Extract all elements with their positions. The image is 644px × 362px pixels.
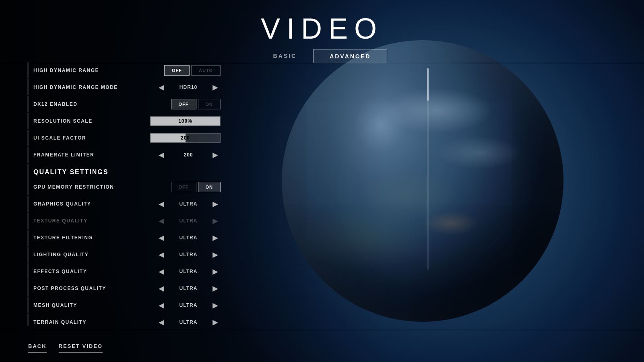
arrow-right-hdr-mode[interactable]: ▶ bbox=[210, 84, 221, 91]
slider-resolution[interactable]: 100% bbox=[150, 116, 221, 126]
label-texture-quality: TEXTURE QUALITY bbox=[33, 218, 156, 224]
toggle-gpu-off[interactable]: OFF bbox=[171, 182, 196, 192]
arrow-right-texture-quality[interactable]: ▶ bbox=[210, 217, 221, 224]
toggle-hdr-auto[interactable]: AUTO bbox=[191, 65, 221, 76]
setting-row-framerate: FRAMERATE LIMITER ◀ 200 ▶ bbox=[27, 147, 221, 163]
label-gpu-memory: GPU MEMORY RESTRICTION bbox=[33, 184, 171, 190]
toggle-dx12-off[interactable]: OFF bbox=[171, 99, 196, 109]
label-hdr-mode: HIGH DYNAMIC RANGE MODE bbox=[33, 84, 156, 90]
label-terrain-quality: TERRAIN QUALITY bbox=[33, 319, 156, 325]
arrow-left-texture-filtering[interactable]: ◀ bbox=[156, 234, 167, 241]
arrow-left-framerate[interactable]: ◀ bbox=[156, 151, 167, 158]
arrow-left-mesh[interactable]: ◀ bbox=[156, 302, 167, 309]
control-ui-scale: 200 bbox=[150, 133, 221, 143]
arrow-right-mesh[interactable]: ▶ bbox=[210, 302, 221, 309]
arrow-left-effects[interactable]: ◀ bbox=[156, 268, 167, 275]
label-high-dynamic-range: HIGH DYNAMIC RANGE bbox=[33, 68, 164, 73]
arrow-left-hdr-mode[interactable]: ◀ bbox=[156, 84, 167, 91]
arrow-right-graphics[interactable]: ▶ bbox=[210, 200, 221, 208]
reset-video-button[interactable]: RESET VIDEO bbox=[59, 340, 103, 353]
control-resolution: 100% bbox=[150, 116, 221, 126]
setting-row-hdr: HIGH DYNAMIC RANGE OFF AUTO bbox=[27, 62, 221, 78]
control-hdr: OFF AUTO bbox=[164, 65, 221, 76]
setting-row-hdr-mode: HIGH DYNAMIC RANGE MODE ◀ HDR10 ▶ bbox=[27, 79, 221, 95]
arrow-right-framerate[interactable]: ▶ bbox=[210, 151, 221, 158]
setting-row-resolution: RESOLUTION SCALE 100% bbox=[27, 113, 221, 129]
toggle-hdr-off[interactable]: OFF bbox=[164, 65, 190, 76]
toggle-gpu-on[interactable]: ON bbox=[198, 182, 221, 192]
control-texture-quality: ◀ ULTRA ▶ bbox=[156, 217, 221, 224]
value-graphics-quality: ULTRA bbox=[174, 201, 202, 207]
setting-row-terrain-quality: TERRAIN QUALITY ◀ ULTRA ▶ bbox=[27, 314, 221, 326]
arrow-left-graphics[interactable]: ◀ bbox=[156, 200, 167, 208]
setting-row-mesh-quality: MESH QUALITY ◀ ULTRA ▶ bbox=[27, 297, 221, 313]
back-button[interactable]: BACK bbox=[28, 340, 47, 353]
value-post-process: ULTRA bbox=[174, 286, 202, 291]
label-mesh-quality: MESH QUALITY bbox=[33, 302, 156, 308]
arrow-left-post-process[interactable]: ◀ bbox=[156, 285, 167, 292]
label-effects-quality: EFFECTS QUALITY bbox=[33, 269, 156, 274]
label-ui-scale: UI SCALE FACTOR bbox=[33, 135, 150, 141]
label-resolution-scale: RESOLUTION SCALE bbox=[33, 118, 150, 124]
value-lighting-quality: ULTRA bbox=[174, 252, 202, 257]
setting-row-gpu-memory: GPU MEMORY RESTRICTION OFF ON bbox=[27, 179, 221, 195]
value-framerate: 200 bbox=[174, 152, 202, 158]
value-texture-quality: ULTRA bbox=[174, 218, 202, 224]
setting-row-texture-quality: TEXTURE QUALITY ◀ ULTRA ▶ bbox=[27, 213, 221, 229]
quality-settings-header: QUALITY SETTINGS bbox=[27, 164, 221, 179]
setting-row-effects-quality: EFFECTS QUALITY ◀ ULTRA ▶ bbox=[27, 263, 221, 280]
slider-text-resolution: 100% bbox=[151, 117, 220, 125]
control-post-process: ◀ ULTRA ▶ bbox=[156, 285, 221, 292]
control-dx12: OFF ON bbox=[171, 99, 221, 109]
arrow-right-texture-filtering[interactable]: ▶ bbox=[210, 234, 221, 241]
label-graphics-quality: GRAPHICS QUALITY bbox=[33, 201, 156, 207]
control-terrain-quality: ◀ ULTRA ▶ bbox=[156, 319, 221, 326]
setting-row-dx12: DX12 ENABLED OFF ON bbox=[27, 96, 221, 112]
arrow-right-lighting[interactable]: ▶ bbox=[210, 251, 221, 258]
toggle-dx12-on[interactable]: ON bbox=[198, 99, 221, 109]
label-post-process: POST PROCESS QUALITY bbox=[33, 286, 156, 291]
control-texture-filtering: ◀ ULTRA ▶ bbox=[156, 234, 221, 241]
value-texture-filtering: ULTRA bbox=[174, 235, 202, 241]
arrow-right-effects[interactable]: ▶ bbox=[210, 268, 221, 275]
scrollbar-track bbox=[427, 68, 429, 269]
control-hdr-mode: ◀ HDR10 ▶ bbox=[156, 84, 221, 91]
setting-row-graphics-quality: GRAPHICS QUALITY ◀ ULTRA ▶ bbox=[27, 196, 221, 212]
arrow-left-texture-quality[interactable]: ◀ bbox=[156, 217, 167, 224]
label-framerate: FRAMERATE LIMITER bbox=[33, 152, 156, 158]
control-gpu-memory: OFF ON bbox=[171, 182, 221, 192]
slider-ui-scale[interactable]: 200 bbox=[150, 133, 221, 143]
label-lighting-quality: LIGHTING QUALITY bbox=[33, 252, 156, 257]
tab-advanced[interactable]: ADVANCED bbox=[313, 49, 387, 63]
tabs-bar: BASIC ADVANCED bbox=[0, 49, 644, 63]
slider-text-ui-scale: 200 bbox=[151, 134, 220, 142]
setting-row-texture-filtering: TEXTURE FILTERING ◀ ULTRA ▶ bbox=[27, 230, 221, 246]
value-mesh-quality: ULTRA bbox=[174, 302, 202, 308]
scrollbar-thumb[interactable] bbox=[427, 68, 429, 101]
bottom-bar: BACK RESET VIDEO bbox=[0, 330, 644, 362]
arrow-left-terrain[interactable]: ◀ bbox=[156, 319, 167, 326]
page-title: VIDEO bbox=[261, 12, 383, 45]
value-hdr-mode: HDR10 bbox=[174, 84, 202, 90]
setting-row-lighting-quality: LIGHTING QUALITY ◀ ULTRA ▶ bbox=[27, 247, 221, 263]
setting-row-ui-scale: UI SCALE FACTOR 200 bbox=[27, 130, 221, 146]
label-dx12: DX12 ENABLED bbox=[33, 101, 171, 107]
control-lighting-quality: ◀ ULTRA ▶ bbox=[156, 251, 221, 258]
control-graphics-quality: ◀ ULTRA ▶ bbox=[156, 200, 221, 208]
control-effects-quality: ◀ ULTRA ▶ bbox=[156, 268, 221, 275]
value-effects-quality: ULTRA bbox=[174, 269, 202, 274]
setting-row-post-process: POST PROCESS QUALITY ◀ ULTRA ▶ bbox=[27, 280, 221, 296]
value-terrain-quality: ULTRA bbox=[174, 319, 202, 325]
settings-panel: HIGH DYNAMIC RANGE OFF AUTO HIGH DYNAMIC… bbox=[27, 62, 221, 326]
label-texture-filtering: TEXTURE FILTERING bbox=[33, 235, 156, 241]
arrow-left-lighting[interactable]: ◀ bbox=[156, 251, 167, 258]
arrow-right-post-process[interactable]: ▶ bbox=[210, 285, 221, 292]
quality-settings-title: QUALITY SETTINGS bbox=[33, 169, 108, 175]
tab-basic[interactable]: BASIC bbox=[257, 49, 314, 63]
control-mesh-quality: ◀ ULTRA ▶ bbox=[156, 302, 221, 309]
control-framerate: ◀ 200 ▶ bbox=[156, 151, 221, 158]
arrow-right-terrain[interactable]: ▶ bbox=[210, 319, 221, 326]
